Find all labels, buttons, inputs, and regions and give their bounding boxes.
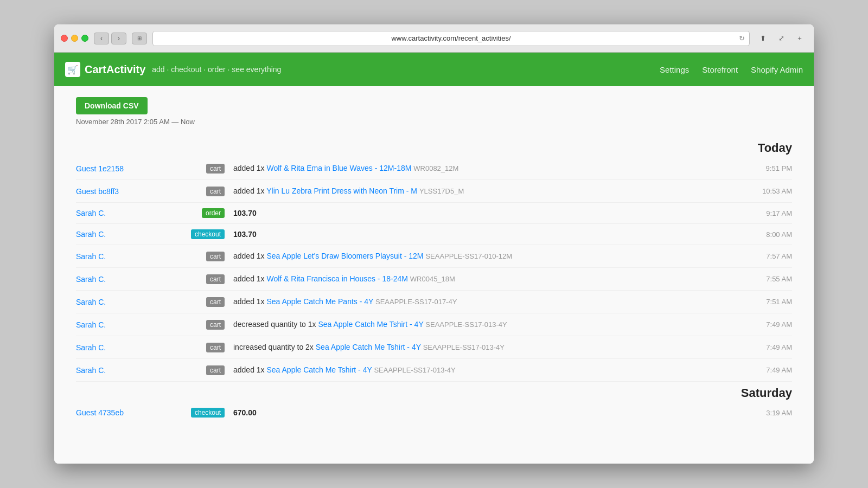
activity-badge: cart: [206, 320, 225, 330]
nav-shopify-link[interactable]: Shopify Admin: [751, 65, 803, 74]
nav-settings-link[interactable]: Settings: [660, 65, 689, 74]
share-button[interactable]: ⬆: [755, 33, 770, 44]
sku-text: SEAAPPLE-SS17-017-4Y: [375, 298, 457, 306]
product-link[interactable]: Ylin Lu Zebra Print Dress with Neon Trim…: [266, 187, 417, 195]
desc-text: added 1x Ylin Lu Zebra Print Dress with …: [233, 187, 464, 195]
activity-badge: cart: [206, 187, 225, 196]
user-link[interactable]: Sarah C.: [76, 366, 106, 375]
product-link[interactable]: Sea Apple Catch Me Pants - 4Y: [267, 297, 374, 306]
activity-badge: cart: [206, 252, 225, 261]
download-csv-button[interactable]: Download CSV: [76, 97, 148, 114]
activity-description: decreased quantity to 1x Sea Apple Catch…: [233, 319, 727, 330]
desc-text: decreased quantity to 1x Sea Apple Catch…: [233, 320, 507, 329]
activity-description: 670.00: [233, 408, 727, 417]
user-link[interactable]: Guest bc8ff3: [76, 187, 119, 196]
browser-window: ‹ › ⊞ www.cartactivity.com/recent_activi…: [54, 24, 814, 464]
activity-time: 10:53 AM: [727, 187, 792, 195]
product-link[interactable]: Wolf & Rita Francisca in Houses - 18-24M: [267, 274, 408, 283]
activity-time: 7:49 AM: [727, 343, 792, 351]
minimize-button[interactable]: [71, 35, 78, 42]
sku-text: YLSS17D5_M: [419, 187, 464, 195]
product-link[interactable]: Sea Apple Catch Me Tshirt - 4Y: [316, 343, 421, 351]
amount-text: 103.70: [233, 209, 257, 217]
user-link[interactable]: Sarah C.: [76, 252, 106, 261]
header-nav: Settings Storefront Shopify Admin: [660, 65, 803, 74]
product-link[interactable]: Sea Apple Catch Me Tshirt - 4Y: [267, 365, 372, 374]
activity-table: TodayGuest 1e2158cartadded 1x Wolf & Rit…: [76, 137, 792, 423]
desc-text: added 1x Wolf & Rita Francisca in Houses…: [233, 274, 455, 283]
table-row: Sarah C.checkout103.708:00 AM: [76, 224, 792, 245]
sku-text: SEAAPPLE-SS17-013-4Y: [423, 343, 505, 351]
date-range: November 28th 2017 2:05 AM — Now: [76, 118, 792, 126]
activity-time: 9:17 AM: [727, 209, 792, 217]
user-link[interactable]: Sarah C.: [76, 298, 106, 306]
activity-time: 7:55 AM: [727, 275, 792, 283]
user-link[interactable]: Guest 1e2158: [76, 164, 124, 173]
fullscreen-button[interactable]: ⤢: [774, 33, 789, 44]
product-link[interactable]: Sea Apple Catch Me Tshirt - 4Y: [318, 320, 423, 329]
activity-time: 7:51 AM: [727, 298, 792, 306]
main-content: Download CSV November 28th 2017 2:05 AM …: [54, 86, 814, 464]
product-link[interactable]: Sea Apple Let's Draw Bloomers Playsuit -…: [267, 252, 424, 260]
user-link[interactable]: Sarah C.: [76, 209, 106, 217]
desc-text: added 1x Sea Apple Catch Me Tshirt - 4Y …: [233, 365, 456, 374]
activity-badge: checkout: [191, 408, 225, 418]
activity-time: 3:19 AM: [727, 409, 792, 417]
table-row: Sarah C.cartadded 1x Wolf & Rita Francis…: [76, 268, 792, 291]
amount-text: 670.00: [233, 408, 257, 417]
activity-description: added 1x Sea Apple Catch Me Tshirt - 4Y …: [233, 364, 727, 376]
activity-description: added 1x Wolf & Rita Ema in Blue Waves -…: [233, 163, 727, 174]
sku-text: SEAAPPLE-SS17-013-4Y: [374, 366, 455, 374]
user-link[interactable]: Sarah C.: [76, 230, 106, 239]
user-link[interactable]: Sarah C.: [76, 275, 106, 284]
maximize-button[interactable]: [81, 35, 88, 42]
nav-buttons: ‹ ›: [94, 33, 126, 44]
activity-badge: order: [202, 208, 225, 218]
refresh-icon[interactable]: ↻: [739, 34, 745, 42]
logo-emoji: 🛒: [67, 65, 78, 75]
activity-badge: cart: [206, 365, 225, 375]
sku-text: SEAAPPLE-SS17-010-12M: [425, 252, 512, 260]
activity-time: 7:49 AM: [727, 366, 792, 374]
activity-time: 8:00 AM: [727, 230, 792, 239]
address-bar[interactable]: www.cartactivity.com/recent_activities/ …: [152, 31, 750, 46]
table-row: Sarah C.order103.709:17 AM: [76, 203, 792, 224]
activity-badge: cart: [206, 343, 225, 352]
activity-description: added 1x Wolf & Rita Francisca in Houses…: [233, 273, 727, 285]
sku-text: SEAAPPLE-SS17-013-4Y: [425, 320, 507, 329]
user-link[interactable]: Sarah C.: [76, 343, 106, 352]
app-header: 🛒 CartActivity add · checkout · order · …: [54, 53, 814, 86]
activity-badge: checkout: [191, 229, 225, 239]
product-link[interactable]: Wolf & Rita Ema in Blue Waves - 12M-18M: [267, 164, 412, 172]
activity-time: 7:57 AM: [727, 252, 792, 260]
browser-chrome: ‹ › ⊞ www.cartactivity.com/recent_activi…: [54, 24, 814, 53]
back-button[interactable]: ‹: [94, 33, 109, 44]
desc-text: added 1x Sea Apple Let's Draw Bloomers P…: [233, 252, 512, 260]
sidebar-toggle-button[interactable]: ⊞: [132, 33, 147, 44]
activity-description: increased quantity to 2x Sea Apple Catch…: [233, 342, 727, 353]
day-header: Today: [76, 137, 792, 157]
logo-icon: 🛒: [65, 62, 80, 77]
user-link[interactable]: Sarah C.: [76, 320, 106, 329]
table-row: Sarah C.cartincreased quantity to 2x Sea…: [76, 336, 792, 359]
table-row: Guest 4735ebcheckout670.003:19 AM: [76, 402, 792, 423]
desc-text: increased quantity to 2x Sea Apple Catch…: [233, 343, 505, 351]
activity-description: 103.70: [233, 230, 727, 239]
table-row: Sarah C.cartadded 1x Sea Apple Let's Dra…: [76, 245, 792, 268]
activity-description: added 1x Sea Apple Catch Me Pants - 4Y S…: [233, 296, 727, 307]
app-logo: 🛒 CartActivity add · checkout · order · …: [65, 62, 281, 77]
app-subtitle: add · checkout · order · see everything: [152, 65, 281, 74]
traffic-lights: [61, 35, 88, 42]
activity-badge: cart: [206, 164, 225, 174]
activity-time: 9:51 PM: [727, 164, 792, 172]
browser-actions: ⬆ ⤢ +: [755, 33, 807, 44]
activity-time: 7:49 AM: [727, 320, 792, 329]
forward-button[interactable]: ›: [111, 33, 126, 44]
user-link[interactable]: Guest 4735eb: [76, 408, 124, 417]
sku-text: WR0082_12M: [413, 164, 458, 172]
new-tab-button[interactable]: +: [792, 33, 807, 44]
sku-text: WR0045_18M: [410, 275, 455, 283]
close-button[interactable]: [61, 35, 68, 42]
nav-storefront-link[interactable]: Storefront: [702, 65, 738, 74]
activity-description: added 1x Sea Apple Let's Draw Bloomers P…: [233, 251, 727, 262]
